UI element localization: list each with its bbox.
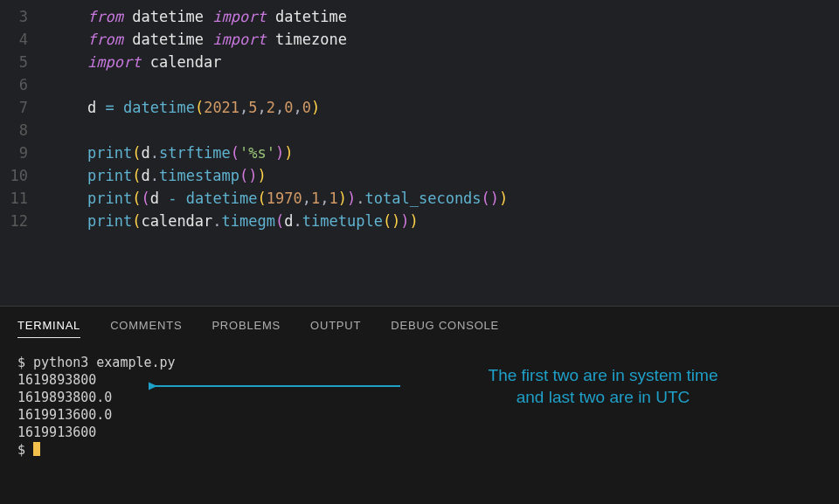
annotation-line-1: The first two are in system time [411,364,795,386]
code-line[interactable]: 3from datetime import datetime [0,5,839,28]
code-content[interactable]: print((d - datetime(1970,1,1)).total_sec… [52,187,508,210]
panel-tabs: TERMINALCOMMENTSPROBLEMSOUTPUTDEBUG CONS… [0,307,839,347]
panel-tab-terminal[interactable]: TERMINAL [17,319,80,338]
code-content[interactable]: from datetime import timezone [52,28,347,51]
code-editor[interactable]: 3from datetime import datetime4from date… [0,0,839,306]
code-line[interactable]: 9print(d.strftime('%s')) [0,142,839,164]
code-content[interactable]: print(d.timestamp()) [52,164,267,187]
line-number: 12 [0,210,52,232]
panel-tab-problems[interactable]: PROBLEMS [211,319,281,338]
code-line[interactable]: 12print(calendar.timegm(d.timetuple())) [0,210,839,232]
line-number: 9 [0,142,52,164]
terminal-body[interactable]: $ python3 example.py16198938001619893800… [0,347,839,459]
terminal-prompt-line[interactable]: $ [17,441,822,459]
line-number: 4 [0,28,52,51]
line-number: 11 [0,187,52,210]
code-line[interactable]: 8 [0,119,839,142]
code-content[interactable]: d = datetime(2021,5,2,0,0) [52,96,320,119]
line-number: 10 [0,164,52,187]
code-line[interactable]: 7d = datetime(2021,5,2,0,0) [0,96,839,119]
bottom-panel: TERMINALCOMMENTSPROBLEMSOUTPUTDEBUG CONS… [0,306,839,504]
code-line[interactable]: 4from datetime import timezone [0,28,839,51]
panel-tab-comments[interactable]: COMMENTS [110,319,182,338]
code-line[interactable]: 11print((d - datetime(1970,1,1)).total_s… [0,187,839,210]
code-line[interactable]: 6 [0,73,839,96]
code-content[interactable]: from datetime import datetime [52,5,347,28]
panel-tab-output[interactable]: OUTPUT [310,319,361,338]
code-content[interactable]: import calendar [52,51,222,73]
line-number: 3 [0,5,52,28]
terminal-output-line: 1619913600.0 [17,406,822,424]
terminal-output-line: 1619913600 [17,424,822,441]
annotation-line-2: and last two are in UTC [411,386,795,408]
code-line[interactable]: 5import calendar [0,51,839,73]
code-content[interactable]: print(d.strftime('%s')) [52,142,294,164]
code-line[interactable]: 10print(d.timestamp()) [0,164,839,187]
line-number: 5 [0,51,52,73]
line-number: 8 [0,119,52,142]
line-number: 7 [0,96,52,119]
terminal-cursor [33,442,40,456]
terminal-prompt: $ [17,442,33,458]
annotation-text: The first two are in system time and las… [411,364,795,408]
line-number: 6 [0,73,52,96]
panel-tab-debug-console[interactable]: DEBUG CONSOLE [391,319,499,338]
code-content[interactable]: print(calendar.timegm(d.timetuple())) [52,210,419,232]
